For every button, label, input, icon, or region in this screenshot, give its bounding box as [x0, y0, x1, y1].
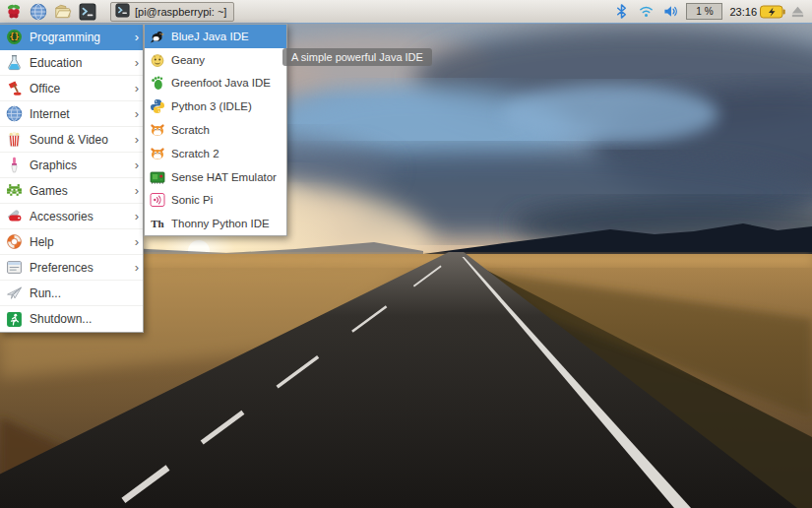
eject-icon	[790, 4, 805, 19]
taskbar: [pi@raspberrypi: ~] 1 % 23:16	[0, 0, 812, 24]
clock: 23:16	[729, 6, 757, 18]
taskbar-window-button[interactable]: [pi@raspberrypi: ~]	[110, 2, 234, 22]
bluetooth-icon	[614, 4, 629, 19]
submenu-item-bluej-java-ide[interactable]: BlueJ Java IDE	[145, 25, 286, 48]
cpu-usage-label: 1 %	[696, 6, 713, 17]
menu-item-games[interactable]: Games ›	[0, 178, 143, 204]
terminal-button[interactable]	[78, 2, 97, 22]
submenu-item-label: Python 3 (IDLE)	[171, 100, 252, 112]
volume-button[interactable]	[661, 3, 679, 21]
python-icon	[150, 98, 165, 114]
submenu-item-label: Scratch	[171, 124, 210, 136]
menu-item-label: Help	[30, 235, 128, 249]
submenu-item-label: Greenfoot Java IDE	[171, 77, 271, 89]
sonic-pi-icon	[150, 192, 165, 208]
programming-submenu: BlueJ Java IDE Geany Greenfoot Java IDE …	[144, 24, 287, 236]
menu-item-help[interactable]: Help ›	[0, 229, 143, 255]
submenu-item-python-3-idle[interactable]: Python 3 (IDLE)	[145, 95, 286, 118]
submenu-arrow-icon: ›	[135, 82, 139, 95]
submenu-item-sonic-pi[interactable]: Sonic Pi	[145, 189, 286, 213]
menu-item-preferences[interactable]: Preferences ›	[0, 255, 143, 281]
bluetooth-button[interactable]	[612, 3, 630, 21]
menu-item-education[interactable]: Education ›	[0, 50, 143, 76]
wifi-button[interactable]	[637, 3, 655, 21]
menu-item-sound-video[interactable]: Sound & Video ›	[0, 127, 143, 153]
menu-item-label: Preferences	[30, 261, 128, 275]
graphics-icon	[6, 157, 23, 173]
globe-icon	[30, 3, 47, 21]
preferences-icon	[6, 259, 23, 276]
window-title: [pi@raspberrypi: ~]	[135, 6, 226, 18]
menu-item-label: Shutdown...	[30, 312, 128, 326]
menu-item-label: Sound & Video	[30, 133, 128, 147]
sound-video-icon	[6, 131, 23, 148]
menu-item-accessories[interactable]: Accessories ›	[0, 204, 143, 229]
menu-item-label: Run...	[30, 286, 128, 300]
taskbar-status-area: 1 % 23:16	[612, 3, 808, 21]
menu-item-label: Games	[30, 184, 128, 198]
thonny-icon: Th	[150, 216, 165, 231]
submenu-item-label: Sense HAT Emulator	[171, 171, 277, 183]
office-icon	[6, 80, 23, 96]
help-icon	[6, 233, 23, 250]
svg-text:{}: {}	[9, 32, 19, 41]
submenu-arrow-icon: ›	[135, 107, 139, 120]
shutdown-icon	[6, 311, 23, 328]
menu-item-programming[interactable]: {} Programming ›	[0, 25, 143, 50]
menu-item-shutdown[interactable]: Shutdown... ›	[0, 306, 143, 332]
menu-item-office[interactable]: Office ›	[0, 76, 143, 101]
scratch-icon	[150, 122, 165, 138]
applications-menu: {} Programming › Education › Office › In…	[0, 24, 144, 333]
menu-item-label: Accessories	[30, 210, 128, 223]
eject-button[interactable]	[788, 3, 806, 21]
submenu-arrow-icon: ›	[135, 235, 139, 248]
bluej-icon	[150, 29, 165, 44]
svg-text:Th: Th	[151, 218, 163, 229]
browser-button[interactable]	[29, 2, 48, 22]
greenfoot-icon	[150, 75, 165, 91]
submenu-item-scratch-2[interactable]: Scratch 2	[145, 142, 286, 165]
submenu-item-label: Sonic Pi	[171, 194, 213, 206]
battery-indicator[interactable]	[764, 3, 781, 21]
education-icon	[6, 54, 23, 71]
submenu-item-thonny-python-ide[interactable]: Th Thonny Python IDE	[145, 212, 286, 235]
menu-button[interactable]	[4, 2, 24, 22]
run-icon	[6, 285, 23, 301]
menu-item-run[interactable]: Run... ›	[0, 281, 143, 306]
volume-icon	[663, 4, 678, 19]
submenu-item-label: BlueJ Java IDE	[171, 31, 249, 42]
battery-icon	[760, 5, 785, 19]
accessories-icon	[6, 208, 23, 224]
file-manager-button[interactable]	[53, 2, 73, 22]
terminal-icon	[79, 3, 96, 21]
programming-icon: {}	[6, 29, 23, 45]
submenu-arrow-icon: ›	[135, 210, 139, 222]
wifi-icon	[639, 4, 654, 19]
raspberry-icon	[5, 3, 23, 21]
menu-item-label: Office	[30, 82, 128, 95]
submenu-item-label: Geany	[171, 54, 205, 66]
scratch2-icon	[150, 146, 165, 161]
submenu-item-greenfoot-java-ide[interactable]: Greenfoot Java IDE	[145, 72, 286, 95]
submenu-arrow-icon: ›	[135, 56, 139, 69]
submenu-item-geany[interactable]: Geany	[145, 48, 286, 72]
sense-hat-icon	[150, 169, 165, 185]
menu-item-internet[interactable]: Internet ›	[0, 101, 143, 127]
submenu-item-scratch[interactable]: Scratch	[145, 118, 286, 142]
games-icon	[6, 182, 23, 199]
submenu-arrow-icon: ›	[135, 159, 139, 171]
geany-icon	[150, 52, 165, 68]
submenu-item-sense-hat-emulator[interactable]: Sense HAT Emulator	[145, 165, 286, 189]
menu-item-graphics[interactable]: Graphics ›	[0, 153, 143, 178]
menu-item-label: Internet	[30, 107, 128, 121]
tooltip: A simple powerful Java IDE	[282, 48, 432, 66]
menu-item-label: Programming	[30, 31, 128, 44]
desktop-screen: [pi@raspberrypi: ~] 1 % 23:16 {} Program…	[0, 0, 812, 508]
menu-item-label: Education	[30, 56, 128, 70]
folder-icon	[54, 3, 72, 21]
submenu-arrow-icon: ›	[135, 133, 139, 146]
submenu-item-label: Thonny Python IDE	[171, 218, 270, 229]
submenu-arrow-icon: ›	[135, 31, 139, 43]
cpu-monitor[interactable]: 1 %	[686, 3, 722, 20]
internet-icon	[6, 105, 23, 122]
